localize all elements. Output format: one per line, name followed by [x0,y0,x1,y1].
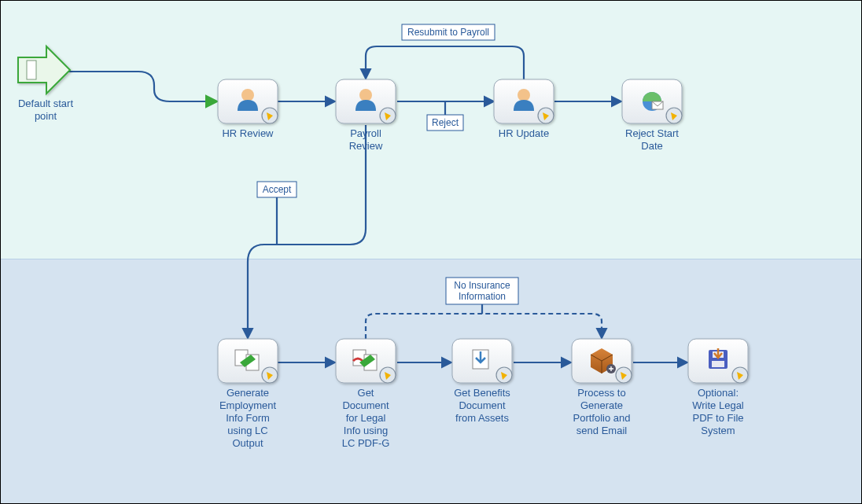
svg-text:Information: Information [459,291,506,302]
node-process-portfolio[interactable] [572,339,632,383]
start-node[interactable] [18,46,70,94]
svg-text:Get: Get [358,387,374,399]
svg-text:Date: Date [641,140,662,152]
svg-text:Document: Document [342,399,389,411]
svg-text:Get Benefits: Get Benefits [454,387,510,399]
svg-text:Info Form: Info Form [226,412,270,424]
node-get-legal-doc[interactable] [336,339,396,383]
svg-text:No Insurance: No Insurance [454,280,510,291]
svg-text:Default start: Default start [18,97,73,109]
svg-text:point: point [35,110,57,122]
svg-text:for Legal: for Legal [346,412,386,424]
svg-text:Review: Review [349,140,383,152]
node-reject-start-date[interactable] [622,79,682,123]
node-payroll-review-label: Payroll Review [349,127,383,152]
workflow-canvas: Default start point HR Review Pay [0,0,862,504]
svg-point-4 [241,89,254,101]
node-reject-start-date-label: Reject Start Date [625,127,679,152]
edge-payroll-accept-down [248,125,366,337]
svg-text:Optional:: Optional: [698,387,739,399]
workflow-svg: Default start point HR Review Pay [1,1,862,504]
download-doc-icon [473,350,488,369]
svg-text:Output: Output [232,437,263,449]
node-write-pdf-label: Optional: Write Legal PDF to File System [692,387,744,436]
label-resubmit: Resubmit to Payroll [402,24,495,40]
svg-text:PDF to File: PDF to File [692,412,743,424]
node-hr-update[interactable] [494,79,554,123]
node-hr-review[interactable] [218,79,278,123]
svg-text:Reject: Reject [432,117,459,128]
svg-text:LC PDF-G: LC PDF-G [342,437,390,449]
svg-text:Portfolio and: Portfolio and [573,412,631,424]
svg-text:HR Review: HR Review [222,127,274,139]
node-hr-update-label: HR Update [499,127,549,139]
svg-text:send Email: send Email [577,425,627,436]
svg-text:from Assets: from Assets [455,412,509,424]
svg-text:Payroll: Payroll [350,127,381,139]
svg-point-13 [518,89,530,101]
svg-rect-56 [712,361,724,367]
svg-text:Document: Document [459,399,506,411]
svg-text:Resubmit to Payroll: Resubmit to Payroll [407,27,489,38]
node-get-legal-doc-label: Get Document for Legal Info using LC PDF… [342,387,390,449]
svg-text:Reject Start: Reject Start [625,127,679,139]
svg-text:System: System [701,425,735,436]
start-label: Default start point [18,97,73,122]
svg-text:Employment: Employment [219,399,277,411]
svg-text:Accept: Accept [263,184,292,195]
node-payroll-review[interactable] [336,79,396,123]
edge-no-insurance [366,314,602,339]
svg-text:Generate: Generate [580,399,623,411]
node-write-pdf[interactable] [688,339,748,383]
svg-point-8 [359,89,372,101]
disk-save-icon [709,348,728,369]
node-hr-review-label: HR Review [222,127,274,139]
node-get-benefits-label: Get Benefits Document from Assets [454,387,510,424]
edge-resubmit-loop [366,46,524,79]
svg-rect-0 [27,61,36,79]
label-no-insurance: No Insurance Information [446,278,518,304]
svg-text:HR Update: HR Update [499,127,549,139]
svg-text:Info using: Info using [344,425,388,436]
svg-text:Write Legal: Write Legal [692,399,744,411]
svg-text:Generate: Generate [227,387,269,399]
node-generate-form[interactable] [218,339,278,383]
node-get-benefits[interactable] [452,339,512,383]
svg-text:Process to: Process to [577,387,625,399]
node-process-portfolio-label: Process to Generate Portfolio and send E… [573,387,631,436]
label-reject: Reject [427,115,463,131]
svg-text:using LC: using LC [227,425,267,436]
node-generate-form-label: Generate Employment Info Form using LC O… [219,387,277,449]
label-accept: Accept [257,182,297,197]
edge-start-to-hrreview [68,72,216,101]
